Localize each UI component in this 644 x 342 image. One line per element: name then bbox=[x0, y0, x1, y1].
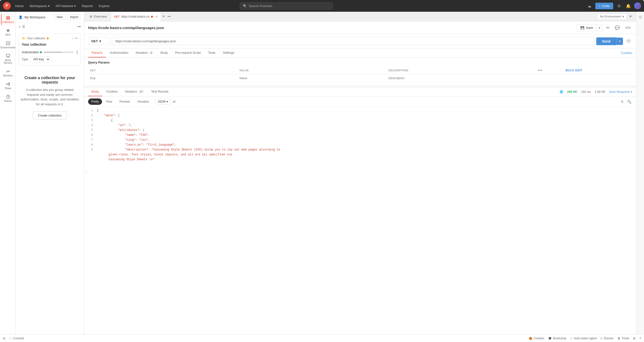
cookies-bottom-button[interactable]: 🍪 Cookies bbox=[529, 337, 544, 340]
add-tab-button[interactable]: + bbox=[162, 13, 166, 20]
send-dropdown-button[interactable]: ▾ bbox=[616, 38, 623, 45]
help-icon[interactable]: ? bbox=[639, 337, 641, 340]
tab-params[interactable]: Params bbox=[88, 48, 106, 57]
resp-tab-test-results[interactable]: Test Results bbox=[148, 87, 172, 96]
search-in-response-icon[interactable]: 🔍 bbox=[626, 99, 632, 105]
env-selector[interactable]: No Environment ▾ bbox=[597, 14, 627, 19]
filter-icon[interactable]: ☰ bbox=[22, 25, 25, 28]
response-section: Body Cookies Headers 27 Test Results 🌐 2… bbox=[84, 87, 636, 334]
tab-url: https://code-basics.co bbox=[121, 15, 150, 18]
copy-icon[interactable]: ⎘ bbox=[620, 99, 624, 105]
tab-authorization[interactable]: Authorization bbox=[106, 48, 132, 57]
nav-reports[interactable]: Reports bbox=[79, 3, 96, 9]
tab-settings[interactable]: Settings bbox=[220, 48, 238, 57]
trash-icon: 🗑 bbox=[618, 337, 620, 340]
tab-pre-request-script[interactable]: Pre-request Script bbox=[172, 48, 204, 57]
description-input[interactable] bbox=[388, 76, 534, 80]
format-pretty-button[interactable]: Pretty bbox=[88, 98, 102, 105]
resp-tab-cookies[interactable]: Cookies bbox=[103, 87, 121, 96]
wrap-lines-icon[interactable]: ⇄ bbox=[172, 99, 177, 105]
format-type-selector[interactable]: JSON ▾ bbox=[155, 99, 171, 105]
nav-explore[interactable]: Explore bbox=[96, 3, 112, 9]
send-button[interactable]: Send bbox=[596, 37, 616, 45]
resp-tab-body[interactable]: Body bbox=[88, 87, 102, 96]
settings-icon[interactable]: ⚙ bbox=[616, 2, 622, 9]
sidebar-item-monitors[interactable]: Monitors bbox=[1, 67, 15, 79]
sidebar-toggle[interactable]: ⊟ bbox=[3, 337, 6, 340]
sidebar-item-mock-servers[interactable]: Mock Servers bbox=[1, 52, 15, 66]
url-input[interactable] bbox=[112, 37, 594, 45]
line-number: 9 bbox=[88, 148, 93, 153]
notifications-icon[interactable]: 🔔 bbox=[625, 2, 632, 9]
sidebar-item-label: History bbox=[4, 100, 12, 102]
add-collection-icon[interactable]: + bbox=[18, 25, 20, 28]
create-collection-button[interactable]: Create collection bbox=[33, 111, 67, 120]
tab-request[interactable]: GET https://code-basics.co ✕ bbox=[111, 12, 161, 21]
tab-close-button[interactable]: ✕ bbox=[155, 15, 158, 18]
avatar[interactable] bbox=[634, 2, 641, 9]
more-options-icon[interactable]: ••• bbox=[77, 25, 81, 28]
comment-icon-button[interactable]: 💬 bbox=[614, 24, 621, 31]
save-dropdown-button[interactable]: ▾ bbox=[597, 24, 602, 31]
tab-overview[interactable]: ⊕ Overview bbox=[86, 13, 110, 20]
sync-icon[interactable]: ☁ bbox=[586, 2, 593, 9]
tab-more-button[interactable]: ••• bbox=[166, 14, 172, 19]
collection-more-icon[interactable]: ••• bbox=[75, 37, 78, 40]
search-bar[interactable]: 🔍 Search Postman bbox=[240, 2, 333, 9]
import-button[interactable]: Import bbox=[67, 14, 81, 20]
format-raw-button[interactable]: Raw bbox=[103, 98, 115, 105]
sidebar-item-apis[interactable]: APIs bbox=[1, 26, 15, 38]
save-response-button[interactable]: Save Response ▾ bbox=[609, 90, 632, 94]
line-content: "attributes": { bbox=[97, 129, 632, 133]
invite-button[interactable]: + Invite bbox=[595, 3, 613, 9]
code-icon-button[interactable]: </> bbox=[624, 24, 632, 31]
postman-logo[interactable]: P bbox=[3, 2, 11, 10]
eye-button[interactable]: 👁 bbox=[627, 14, 634, 19]
tab-headers[interactable]: Headers 5 bbox=[132, 48, 156, 57]
console-button[interactable]: ⬚ Console bbox=[9, 337, 24, 340]
collection-full-name: Your collection bbox=[22, 42, 78, 46]
format-preview-button[interactable]: Preview bbox=[116, 98, 133, 105]
right-panel-icon[interactable]: ⦿ bbox=[625, 37, 632, 45]
add-to-collection-icon[interactable]: + bbox=[72, 37, 73, 40]
format-visualize-button[interactable]: Visualize bbox=[134, 98, 152, 105]
more-dots-icon[interactable]: ••• bbox=[538, 68, 542, 72]
value-input[interactable] bbox=[239, 76, 385, 80]
line-number bbox=[88, 153, 93, 158]
line-content: Cascading Style Sheets \n" bbox=[97, 158, 632, 163]
nav-api-network[interactable]: API Network ▾ bbox=[53, 3, 78, 9]
edit-icon-button[interactable]: ✏ bbox=[605, 24, 611, 31]
nav-home[interactable]: Home bbox=[13, 3, 26, 9]
new-button[interactable]: New bbox=[54, 14, 65, 20]
key-input[interactable] bbox=[90, 76, 236, 80]
tab-tests[interactable]: Tests bbox=[204, 48, 219, 57]
svg-rect-0 bbox=[6, 16, 10, 17]
tab-unsaved-dot bbox=[151, 16, 153, 17]
method-selector[interactable]: GET ▾ bbox=[88, 37, 110, 45]
chevron-down-icon: ▾ bbox=[74, 4, 76, 8]
runner-button[interactable]: ▷ Runner bbox=[601, 337, 614, 340]
sidebar-item-history[interactable]: History bbox=[1, 93, 15, 104]
code-line-6: 6 "name": "CSS", bbox=[88, 133, 632, 138]
sidebar-item-flows[interactable]: Flows bbox=[1, 80, 15, 92]
response-tabs-bar: Body Cookies Headers 27 Test Results 🌐 2… bbox=[84, 87, 636, 97]
nav-workspaces[interactable]: Workspaces ▾ bbox=[27, 3, 52, 9]
expand-icon[interactable]: ⊞ bbox=[633, 337, 636, 340]
svg-rect-1 bbox=[6, 17, 10, 18]
bulk-edit-button[interactable]: Bulk Edit bbox=[566, 69, 582, 72]
resp-tab-headers[interactable]: Headers 27 bbox=[122, 87, 147, 96]
bootcamp-button[interactable]: 🎓 Bootcamp bbox=[548, 337, 566, 340]
cookies-link[interactable]: Cookies bbox=[621, 51, 632, 55]
chevron-down-icon: ▾ bbox=[99, 39, 101, 43]
sidebar-item-environments[interactable]: Environments bbox=[1, 39, 15, 51]
right-panel-icon-1[interactable]: ⦿ bbox=[637, 14, 644, 20]
line-content: { bbox=[97, 109, 632, 114]
sidebar-item-collections[interactable]: Collections bbox=[1, 14, 15, 25]
auto-select-agent-button[interactable]: ✓ Auto-select agent bbox=[570, 337, 596, 340]
tab-body[interactable]: Body bbox=[157, 48, 171, 57]
line-content: "name": "CSS", bbox=[97, 133, 632, 138]
type-select[interactable]: API Key bbox=[30, 56, 50, 62]
trash-button[interactable]: 🗑 Trash bbox=[618, 337, 629, 340]
save-button[interactable]: 💾 Save bbox=[577, 24, 597, 31]
chevron-down-icon: ▾ bbox=[48, 4, 50, 8]
